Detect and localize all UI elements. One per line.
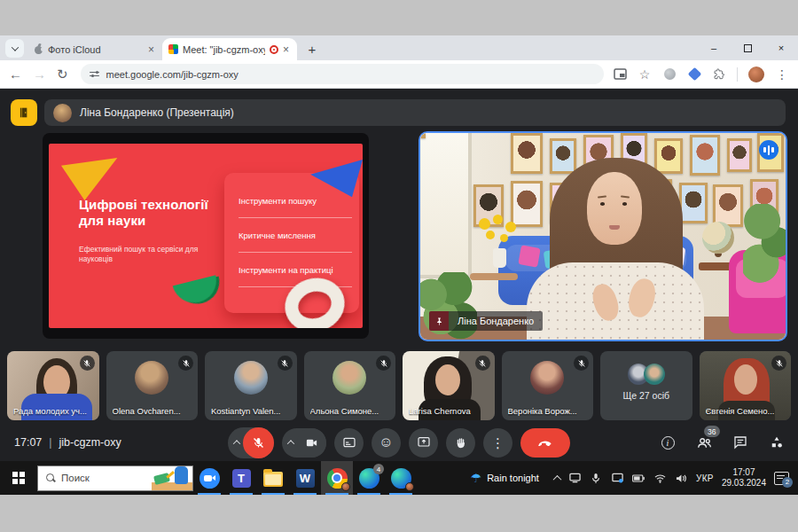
url-text: meet.google.com/jib-cgzm-oxy [106,69,239,80]
browser-menu-icon[interactable]: ⋮ [775,67,789,82]
meeting-details-button[interactable]: i [659,434,677,451]
keyboard-language[interactable]: УКР [696,473,714,483]
slide-menu-item: Інструменти пошуку [239,184,352,218]
participant-tile[interactable]: Альона Симоне... [304,351,396,420]
present-screen-icon [417,435,431,450]
chat-panel-button[interactable] [732,434,749,451]
tab-icloud[interactable]: Фото iCloud × [27,38,162,60]
microphone-tray-icon[interactable] [590,472,603,485]
clock-date: 29.03.2024 [722,478,766,489]
participant-tile[interactable]: Рада молодих уч... [7,351,99,420]
slide-subtitle: Ефективний пошук та сервіси для науковці… [79,245,221,264]
wifi-tray-icon[interactable] [653,472,667,485]
slide-title: Цифрові технології для науки [79,197,231,228]
portrait-frame [690,135,720,176]
taskbar-zoom[interactable] [193,461,225,495]
participant-tile[interactable]: Larisa Chernova [403,351,495,420]
speaker-video-tile[interactable]: Ліна Бондаренко [419,131,787,341]
reactions-button[interactable]: ☺ [372,428,401,458]
umbrella-icon: ☂ [471,472,482,484]
call-controls: ☺ ⋮ [228,427,570,458]
overflow-participants-tile[interactable]: Ще 27 осіб [600,351,692,420]
people-panel-button[interactable]: 36 [695,434,713,451]
bookmark-star-icon[interactable]: ☆ [638,67,652,82]
mic-options-chevron-icon[interactable] [233,440,240,447]
apple-icon [34,44,43,54]
plant-shape [419,272,477,341]
close-tab-icon[interactable]: × [146,43,156,56]
video-scene [420,133,786,340]
site-info-icon[interactable] [90,70,100,79]
speaker-face-shape [587,172,642,245]
taskbar-clock[interactable]: 17:07 29.03.2024 [722,467,766,489]
raise-hand-button[interactable] [446,428,475,458]
taskbar-file-explorer[interactable] [257,461,289,495]
address-bar[interactable]: meet.google.com/jib-cgzm-oxy [81,64,604,84]
battery-tray-icon[interactable] [632,472,645,485]
captions-button[interactable] [334,428,364,458]
divider: | [49,436,51,449]
door-extension-button[interactable] [11,99,37,126]
weather-widget[interactable]: ☂ Rain tonight [471,472,539,484]
taskbar-chrome[interactable] [321,461,353,495]
more-vertical-icon: ⋮ [491,436,505,450]
end-call-button[interactable] [520,428,570,458]
participant-tile[interactable]: Вероніка Ворож... [502,351,594,420]
participants-strip: Рада молодих уч... Olena Ovcharen... Kos… [7,351,791,420]
meet-header: Ліна Бондаренко (Презентація) [11,99,786,126]
portrait-frame [679,183,708,223]
extension-blue-icon[interactable] [687,67,701,82]
portrait-frame [727,138,752,172]
back-button[interactable]: ← [9,67,22,81]
display-tray-icon[interactable] [568,472,582,485]
forward-button: → [33,67,46,81]
taskbar-teams[interactable]: T [225,461,257,495]
mic-mute-button[interactable] [243,427,274,458]
emoji-icon: ☺ [379,435,393,450]
volume-tray-icon[interactable] [675,472,688,485]
more-options-button[interactable]: ⋮ [483,428,512,458]
camera-button[interactable] [297,428,326,458]
present-button[interactable] [409,428,438,458]
taskbar-search[interactable]: Поиск [37,466,193,491]
tray-expand-chevron-icon[interactable] [552,474,561,483]
picture-in-picture-icon[interactable] [613,67,627,82]
close-tab-icon[interactable]: × [281,43,291,56]
screenshot-root: { "browser": { "tabs": { "icloud": "Фото… [0,0,798,532]
participant-tile[interactable]: Kostiantyn Valen... [205,351,297,420]
presentation-tile[interactable]: Інструменти пошуку Критичне мислення Інс… [43,133,369,339]
close-window-button[interactable]: × [764,35,798,60]
new-tab-button[interactable]: + [302,39,322,59]
teams-app-icon: T [232,469,251,488]
divider [737,67,738,82]
plant-shape [743,204,787,289]
tab-search-button[interactable] [5,39,24,58]
minimize-button[interactable]: – [697,35,731,60]
participant-avatar [332,361,366,395]
participant-tile[interactable]: Євгенія Семено... [700,351,792,420]
browser-toolbar: ← → ↻ meet.google.com/jib-cgzm-oxy ☆ ⋮ [0,60,798,89]
slide: Інструменти пошуку Критичне мислення Інс… [49,144,363,328]
cast-tray-icon[interactable] [611,472,624,485]
tab-meet[interactable]: Meet: "jib-cgzm-oxy" × [162,38,297,60]
portrait-frame [654,138,683,174]
extension-globe-icon[interactable] [662,67,677,82]
taskbar-word[interactable]: W [289,461,321,495]
extensions-puzzle-icon[interactable] [712,67,726,82]
restore-icon [744,44,752,52]
participant-tile[interactable]: Olena Ovcharen... [106,351,199,420]
profile-avatar[interactable] [748,66,764,82]
info-icon: i [661,436,675,450]
reload-button[interactable]: ↻ [57,67,68,81]
activities-button[interactable] [768,434,786,451]
notification-center-button[interactable]: 2 [774,472,789,485]
restore-button[interactable] [731,35,764,60]
taskbar-edge[interactable] [385,461,417,495]
search-highlight-illustration[interactable] [152,466,192,490]
profile-overlay-avatar [341,482,350,491]
start-button[interactable] [0,461,37,495]
participant-name: Olena Ovcharen... [113,406,181,416]
taskbar-edge-badged[interactable]: 4 [353,461,385,495]
camera-options-chevron-icon[interactable] [287,440,294,447]
mic-muted-icon [178,356,193,371]
